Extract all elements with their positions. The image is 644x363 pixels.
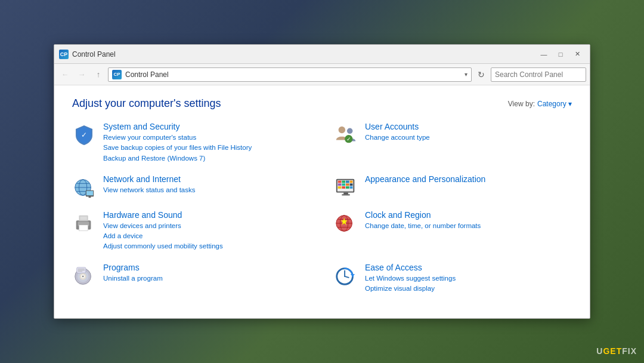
toolbar: ← → ↑ CP Control Panel ▾ ↻ bbox=[54, 64, 590, 85]
svg-rect-23 bbox=[350, 183, 353, 186]
svg-marker-55 bbox=[351, 274, 355, 276]
svg-rect-28 bbox=[343, 192, 348, 194]
svg-rect-24 bbox=[338, 186, 342, 189]
svg-rect-27 bbox=[350, 186, 353, 189]
view-by-control: View by: Category ▾ bbox=[508, 100, 572, 108]
svg-rect-18 bbox=[346, 180, 349, 183]
window-icon: CP bbox=[59, 50, 69, 59]
hardware-link-2[interactable]: Add a device bbox=[103, 231, 310, 241]
system-security-link-2[interactable]: Save backup copies of your files with Fi… bbox=[103, 143, 310, 153]
svg-rect-34 bbox=[79, 225, 88, 231]
system-security-icon: ✓ bbox=[72, 123, 96, 147]
page-title: Adjust your computer's settings bbox=[72, 97, 221, 110]
system-security-title[interactable]: System and Security bbox=[103, 122, 310, 131]
window-title: Control Panel bbox=[72, 50, 116, 59]
svg-rect-25 bbox=[342, 186, 345, 189]
category-user-accounts: ✓ User Accounts Change account type bbox=[334, 122, 572, 164]
ease-access-icon bbox=[334, 264, 358, 288]
clock-title[interactable]: Clock and Region bbox=[365, 210, 572, 220]
category-clock: Clock and Region Change date, time, or n… bbox=[334, 210, 572, 252]
svg-text:✓: ✓ bbox=[346, 136, 351, 142]
watermark-prefix: U bbox=[596, 346, 603, 356]
control-panel-window: CP Control Panel — □ ✕ ← → ↑ CP Control … bbox=[54, 44, 590, 319]
system-security-content: System and Security Review your computer… bbox=[103, 122, 310, 164]
maximize-button[interactable]: □ bbox=[553, 48, 568, 60]
svg-rect-22 bbox=[346, 183, 349, 186]
svg-rect-19 bbox=[350, 180, 353, 183]
search-input[interactable] bbox=[491, 67, 586, 82]
user-accounts-link-1[interactable]: Change account type bbox=[365, 133, 572, 143]
ease-access-link-2[interactable]: Optimize visual display bbox=[365, 284, 572, 294]
programs-content: Programs Uninstall a program bbox=[103, 263, 310, 284]
title-bar: CP Control Panel — □ ✕ bbox=[54, 45, 590, 64]
hardware-title[interactable]: Hardware and Sound bbox=[103, 210, 310, 220]
category-network: Network and Internet View network status… bbox=[72, 174, 310, 199]
network-link-1[interactable]: View network status and tasks bbox=[103, 185, 310, 195]
category-ease-access: Ease of Access Let Windows suggest setti… bbox=[334, 263, 572, 294]
appearance-content: Appearance and Personalization bbox=[365, 174, 572, 185]
address-dropdown-button[interactable]: ▾ bbox=[465, 71, 467, 78]
view-by-label: View by: bbox=[508, 100, 535, 108]
hardware-link-1[interactable]: View devices and printers bbox=[103, 221, 310, 231]
svg-rect-26 bbox=[346, 186, 349, 189]
svg-text:✓: ✓ bbox=[81, 131, 87, 139]
up-button[interactable]: ↑ bbox=[91, 67, 106, 82]
category-system-security: ✓ System and Security Review your comput… bbox=[72, 122, 310, 164]
svg-rect-17 bbox=[342, 180, 345, 183]
forward-button[interactable]: → bbox=[75, 67, 89, 82]
hardware-icon bbox=[72, 211, 96, 235]
appearance-icon bbox=[334, 176, 358, 199]
user-accounts-icon: ✓ bbox=[334, 123, 358, 147]
programs-link-1[interactable]: Uninstall a program bbox=[103, 273, 310, 284]
programs-title[interactable]: Programs bbox=[103, 263, 310, 272]
content-area: Adjust your computer's settings View by:… bbox=[54, 85, 590, 318]
programs-icon bbox=[72, 264, 96, 288]
system-security-link-1[interactable]: Review your computer's status bbox=[103, 133, 310, 143]
category-hardware: Hardware and Sound View devices and prin… bbox=[72, 210, 310, 252]
network-title[interactable]: Network and Internet bbox=[103, 174, 310, 184]
user-accounts-content: User Accounts Change account type bbox=[365, 122, 572, 143]
svg-point-47 bbox=[82, 275, 84, 277]
network-content: Network and Internet View network status… bbox=[103, 174, 310, 195]
user-accounts-title[interactable]: User Accounts bbox=[365, 122, 572, 131]
close-button[interactable]: ✕ bbox=[569, 48, 585, 60]
watermark: UGETFIX bbox=[596, 346, 637, 356]
svg-rect-12 bbox=[86, 190, 93, 195]
category-appearance: Appearance and Personalization bbox=[334, 174, 572, 199]
refresh-button[interactable]: ↻ bbox=[474, 67, 488, 82]
ease-access-content: Ease of Access Let Windows suggest setti… bbox=[365, 263, 572, 294]
system-security-link-3[interactable]: Backup and Restore (Windows 7) bbox=[103, 153, 310, 164]
appearance-title[interactable]: Appearance and Personalization bbox=[365, 174, 572, 184]
clock-icon bbox=[334, 211, 358, 235]
ease-access-title[interactable]: Ease of Access bbox=[365, 263, 572, 272]
svg-rect-13 bbox=[89, 196, 91, 198]
ease-access-link-1[interactable]: Let Windows suggest settings bbox=[365, 273, 572, 284]
view-by-dropdown[interactable]: Category ▾ bbox=[537, 100, 572, 108]
svg-rect-16 bbox=[338, 180, 342, 183]
clock-content: Clock and Region Change date, time, or n… bbox=[365, 210, 572, 231]
svg-rect-21 bbox=[342, 183, 345, 186]
network-icon bbox=[72, 176, 96, 199]
watermark-suffix: FIX bbox=[622, 346, 637, 356]
title-controls: — □ ✕ bbox=[536, 48, 585, 60]
address-path: Control Panel bbox=[125, 70, 461, 79]
hardware-content: Hardware and Sound View devices and prin… bbox=[103, 210, 310, 252]
address-bar[interactable]: CP Control Panel ▾ bbox=[108, 67, 472, 82]
address-icon: CP bbox=[112, 70, 122, 79]
svg-rect-20 bbox=[338, 183, 342, 186]
svg-point-1 bbox=[339, 127, 345, 133]
svg-point-2 bbox=[347, 128, 353, 134]
title-bar-left: CP Control Panel bbox=[59, 50, 116, 59]
svg-line-54 bbox=[345, 276, 349, 277]
hardware-link-3[interactable]: Adjust commonly used mobility settings bbox=[103, 241, 310, 251]
back-button[interactable]: ← bbox=[58, 67, 72, 82]
category-programs: Programs Uninstall a program bbox=[72, 263, 310, 294]
watermark-highlight: GET bbox=[603, 346, 622, 356]
svg-rect-29 bbox=[342, 194, 349, 195]
categories-grid: ✓ System and Security Review your comput… bbox=[72, 122, 572, 304]
clock-link-1[interactable]: Change date, time, or number formats bbox=[365, 221, 572, 231]
svg-rect-33 bbox=[80, 216, 86, 220]
page-header: Adjust your computer's settings View by:… bbox=[72, 97, 572, 110]
minimize-button[interactable]: — bbox=[536, 48, 552, 60]
